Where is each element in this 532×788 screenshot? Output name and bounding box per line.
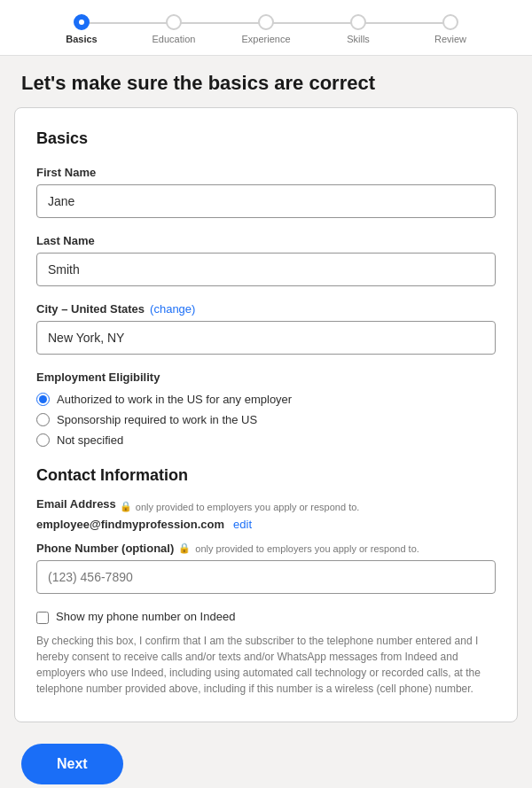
step-education[interactable]: Education (128, 14, 220, 44)
page-title-bar: Let's make sure the basics are correct (0, 56, 532, 107)
eligibility-title: Employment Eligibility (36, 371, 496, 384)
email-row: Email Address 🔒 only provided to employe… (36, 497, 496, 531)
basics-section-title: Basics (36, 129, 496, 148)
first-name-group: First Name (36, 166, 496, 218)
show-phone-checkbox[interactable] (36, 612, 49, 624)
email-label: Email Address (36, 497, 116, 511)
radio-sponsorship-input[interactable] (36, 413, 50, 426)
eligibility-section: Employment Eligibility Authorized to wor… (36, 371, 496, 447)
phone-group: Phone Number (optional) 🔒 only provided … (36, 542, 496, 594)
step-basics[interactable]: Basics (35, 14, 128, 44)
first-name-input[interactable] (36, 184, 496, 218)
first-name-label: First Name (36, 166, 496, 179)
step-experience[interactable]: Experience (220, 14, 312, 44)
radio-authorized[interactable]: Authorized to work in the US for any emp… (36, 393, 496, 406)
phone-label-row: Phone Number (optional) 🔒 only provided … (36, 542, 496, 555)
step-review[interactable]: Review (404, 14, 497, 44)
disclaimer-text: By checking this box, I confirm that I a… (36, 633, 496, 697)
city-label-row: City – United States (change) (36, 302, 496, 316)
city-change-link[interactable]: (change) (150, 302, 195, 316)
step-skills[interactable]: Skills (312, 14, 404, 44)
bottom-bar: Next (0, 722, 532, 788)
step-label-basics: Basics (66, 34, 97, 44)
city-group: City – United States (change) (36, 302, 496, 355)
radio-sponsorship[interactable]: Sponsorship required to work in the US (36, 413, 496, 426)
last-name-label: Last Name (36, 234, 496, 247)
page-title: Let's make sure the basics are correct (21, 72, 511, 95)
step-circle-skills (350, 14, 366, 30)
next-button[interactable]: Next (21, 744, 123, 784)
last-name-group: Last Name (36, 234, 496, 286)
contact-section-title: Contact Information (36, 466, 496, 485)
step-label-experience: Experience (241, 34, 290, 44)
email-privacy-note: only provided to employers you apply or … (136, 502, 360, 512)
phone-input[interactable] (36, 560, 496, 594)
radio-sponsorship-label: Sponsorship required to work in the US (57, 413, 257, 426)
phone-label: Phone Number (optional) (36, 542, 174, 555)
step-label-review: Review (434, 34, 466, 44)
progress-stepper: Basics Education Experience Skills Revie… (0, 0, 532, 56)
phone-privacy-note: only provided to employers you apply or … (195, 543, 419, 554)
lock-icon: 🔒 (120, 501, 132, 512)
city-label: City – United States (36, 302, 145, 316)
step-label-skills: Skills (347, 34, 370, 44)
radio-authorized-input[interactable] (36, 393, 50, 406)
show-phone-label: Show my phone number on Indeed (56, 610, 235, 623)
step-circle-basics (74, 14, 90, 30)
basics-card: Basics First Name Last Name City – Unite… (14, 107, 518, 722)
city-input[interactable] (36, 321, 496, 355)
email-value: employee@findmyprofession.com (36, 518, 224, 531)
radio-not-specified-label: Not specified (57, 433, 123, 447)
step-circle-review (442, 14, 458, 30)
email-edit-link[interactable]: edit (233, 518, 252, 531)
phone-lock-icon: 🔒 (178, 542, 191, 554)
radio-authorized-label: Authorized to work in the US for any emp… (57, 393, 292, 406)
radio-not-specified-input[interactable] (36, 433, 50, 447)
radio-not-specified[interactable]: Not specified (36, 433, 496, 447)
step-label-education: Education (153, 34, 196, 44)
last-name-input[interactable] (36, 253, 496, 286)
step-circle-experience (258, 14, 274, 30)
step-circle-education (166, 14, 182, 30)
email-value-row: employee@findmyprofession.com edit (36, 518, 496, 531)
email-label-row: Email Address 🔒 only provided to employe… (36, 497, 496, 516)
show-phone-checkbox-row[interactable]: Show my phone number on Indeed (36, 610, 496, 624)
